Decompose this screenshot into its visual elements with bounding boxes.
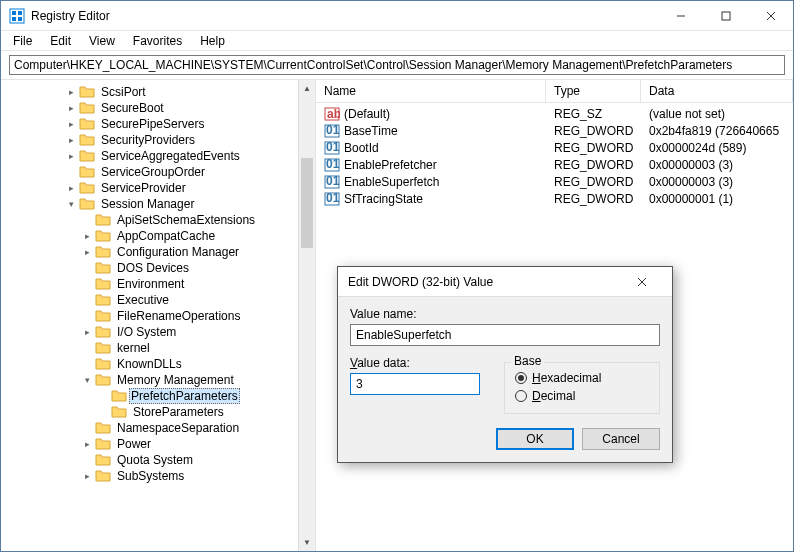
tree-item-label: ScsiPort	[99, 85, 148, 99]
folder-icon	[95, 469, 111, 483]
minimize-button[interactable]	[658, 1, 703, 30]
tree-item[interactable]: kernel	[1, 340, 315, 356]
scroll-down-icon[interactable]: ▼	[299, 534, 315, 551]
folder-icon	[95, 261, 111, 275]
ok-button[interactable]: OK	[496, 428, 574, 450]
value-row[interactable]: 011BootIdREG_DWORD0x0000024d (589)	[316, 139, 793, 156]
tree-item-label: Memory Management	[115, 373, 236, 387]
expander-icon[interactable]: ▸	[65, 135, 77, 145]
tree-item[interactable]: ▸Power	[1, 436, 315, 452]
svg-text:ab: ab	[327, 107, 340, 121]
tree-item[interactable]: ▸ScsiPort	[1, 84, 315, 100]
expander-icon[interactable]: ▸	[65, 183, 77, 193]
tree-item[interactable]: ▸SecurePipeServers	[1, 116, 315, 132]
tree-item-label: kernel	[115, 341, 152, 355]
tree-item[interactable]: ▾Memory Management	[1, 372, 315, 388]
menu-favorites[interactable]: Favorites	[125, 33, 190, 49]
tree-item[interactable]: ServiceGroupOrder	[1, 164, 315, 180]
value-row[interactable]: 011EnableSuperfetchREG_DWORD0x00000003 (…	[316, 173, 793, 190]
tree-item[interactable]: FileRenameOperations	[1, 308, 315, 324]
value-name: SfTracingState	[344, 192, 423, 206]
folder-icon	[95, 373, 111, 387]
column-data[interactable]: Data	[641, 80, 793, 102]
tree-item[interactable]: ▸ServiceAggregatedEvents	[1, 148, 315, 164]
close-button[interactable]	[748, 1, 793, 30]
expander-icon[interactable]: ▸	[81, 247, 93, 257]
tree-scrollbar[interactable]: ▲ ▼	[298, 80, 315, 551]
value-name-field[interactable]	[350, 324, 660, 346]
value-row[interactable]: 011EnablePrefetcherREG_DWORD0x00000003 (…	[316, 156, 793, 173]
tree-item[interactable]: ▸SubSystems	[1, 468, 315, 484]
radio-hexadecimal[interactable]: Hexadecimal	[515, 369, 649, 387]
value-data-field[interactable]	[350, 373, 480, 395]
folder-icon	[95, 453, 111, 467]
folder-icon	[95, 309, 111, 323]
tree-item-label: NamespaceSeparation	[115, 421, 241, 435]
menu-view[interactable]: View	[81, 33, 123, 49]
tree-item[interactable]: Executive	[1, 292, 315, 308]
tree-item-label: SecurePipeServers	[99, 117, 206, 131]
expander-icon[interactable]: ▸	[81, 327, 93, 337]
value-type: REG_DWORD	[550, 158, 645, 172]
tree-item[interactable]: ▸SecureBoot	[1, 100, 315, 116]
dialog-close-button[interactable]	[622, 267, 662, 296]
tree-item[interactable]: ▸SecurityProviders	[1, 132, 315, 148]
expander-icon[interactable]: ▸	[81, 231, 93, 241]
svg-rect-6	[722, 12, 730, 20]
tree-item[interactable]: StoreParameters	[1, 404, 315, 420]
tree-pane[interactable]: ▲ ▼ ▸ScsiPort▸SecureBoot▸SecurePipeServe…	[1, 80, 316, 551]
scroll-up-icon[interactable]: ▲	[299, 80, 315, 97]
tree-item[interactable]: Quota System	[1, 452, 315, 468]
dialog-titlebar: Edit DWORD (32-bit) Value	[338, 267, 672, 297]
tree-item[interactable]: KnownDLLs	[1, 356, 315, 372]
column-type[interactable]: Type	[546, 80, 641, 102]
value-row[interactable]: 011SfTracingStateREG_DWORD0x00000001 (1)	[316, 190, 793, 207]
tree-item[interactable]: ▸ServiceProvider	[1, 180, 315, 196]
menu-file[interactable]: File	[5, 33, 40, 49]
dialog-title: Edit DWORD (32-bit) Value	[348, 275, 622, 289]
menubar: File Edit View Favorites Help	[1, 31, 793, 51]
tree-item[interactable]: ▸AppCompatCache	[1, 228, 315, 244]
value-data: 0x2b4fa819 (726640665	[645, 124, 793, 138]
expander-icon[interactable]: ▸	[65, 119, 77, 129]
expander-icon[interactable]: ▾	[81, 375, 93, 385]
tree-item[interactable]: PrefetchParameters	[1, 388, 315, 404]
tree-item[interactable]: ApiSetSchemaExtensions	[1, 212, 315, 228]
value-row[interactable]: 011BaseTimeREG_DWORD0x2b4fa819 (72664066…	[316, 122, 793, 139]
tree-item[interactable]: DOS Devices	[1, 260, 315, 276]
radio-decimal[interactable]: Decimal	[515, 387, 649, 405]
value-row[interactable]: ab(Default)REG_SZ(value not set)	[316, 105, 793, 122]
expander-icon[interactable]: ▸	[81, 439, 93, 449]
maximize-button[interactable]	[703, 1, 748, 30]
expander-icon[interactable]: ▸	[65, 87, 77, 97]
tree-item[interactable]: NamespaceSeparation	[1, 420, 315, 436]
folder-icon	[79, 117, 95, 131]
value-data: 0x00000003 (3)	[645, 158, 793, 172]
tree-item[interactable]: Environment	[1, 276, 315, 292]
folder-icon	[95, 293, 111, 307]
expander-icon[interactable]: ▸	[65, 103, 77, 113]
tree-item[interactable]: ▸Configuration Manager	[1, 244, 315, 260]
registry-editor-window: Registry Editor File Edit View Favorites…	[0, 0, 794, 552]
tree-item[interactable]: ▾Session Manager	[1, 196, 315, 212]
menu-help[interactable]: Help	[192, 33, 233, 49]
address-input[interactable]	[9, 55, 785, 75]
svg-rect-1	[12, 11, 16, 15]
value-data: (value not set)	[645, 107, 793, 121]
column-name[interactable]: Name	[316, 80, 546, 102]
svg-text:011: 011	[326, 174, 340, 188]
tree-item-label: ServiceAggregatedEvents	[99, 149, 242, 163]
value-type-icon: ab	[324, 106, 340, 122]
radio-icon	[515, 372, 527, 384]
scroll-thumb[interactable]	[301, 158, 313, 248]
tree-item-label: FileRenameOperations	[115, 309, 242, 323]
menu-edit[interactable]: Edit	[42, 33, 79, 49]
tree-item[interactable]: ▸I/O System	[1, 324, 315, 340]
value-type-icon: 011	[324, 123, 340, 139]
expander-icon[interactable]: ▾	[65, 199, 77, 209]
expander-icon[interactable]: ▸	[65, 151, 77, 161]
expander-icon[interactable]: ▸	[81, 471, 93, 481]
value-data-label: Value data:	[350, 356, 490, 370]
folder-icon	[79, 197, 95, 211]
cancel-button[interactable]: Cancel	[582, 428, 660, 450]
